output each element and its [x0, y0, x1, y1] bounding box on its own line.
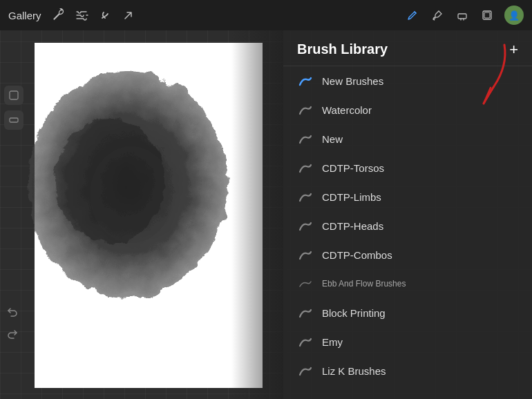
brush-item-icon: [297, 246, 314, 263]
brush-item-name: Emy: [322, 336, 343, 348]
brush-item-icon: [297, 217, 314, 234]
toolbar-left: Gallery: [8, 8, 135, 22]
eraser-icon[interactable]: [455, 8, 470, 23]
brush-item-icon: [297, 159, 314, 176]
brush-item-cdtp-heads[interactable]: CDTP-Heads: [283, 211, 532, 240]
brush-item-name: CDTP-Torsos: [322, 162, 384, 174]
brush-item-cdtp-limbs[interactable]: CDTP-Limbs: [283, 182, 532, 211]
brush-library-title: Brush Library: [297, 41, 388, 57]
brush-item-name: New Brushes: [322, 75, 383, 87]
svg-rect-2: [484, 12, 490, 18]
brush-item-ebb-flow[interactable]: Ebb And Flow Brushes: [283, 269, 532, 298]
brush-item-icon: [297, 275, 314, 292]
brush-item-icon: [297, 130, 314, 147]
brush-item-downloads[interactable]: Downloads: [283, 385, 532, 393]
brush-item-new-brushes[interactable]: New Brushes: [283, 66, 532, 95]
brush-item-name: CDTP-Combos: [322, 249, 392, 261]
brush-item-name: Ebb And Flow Brushes: [322, 279, 406, 289]
brush-item-icon: [297, 391, 314, 393]
brush-icon[interactable]: [430, 8, 445, 23]
pen-icon[interactable]: [405, 8, 420, 23]
brush-item-watercolor[interactable]: Watercolor: [283, 95, 532, 124]
brush-item-name: New: [322, 133, 343, 145]
brush-item-name: Watercolor: [322, 104, 372, 116]
wrench-icon[interactable]: [51, 8, 65, 22]
brush-item-icon: [297, 72, 314, 89]
brush-item-name: CDTP-Limbs: [322, 191, 381, 203]
brush-item-name: Block Printing: [322, 307, 386, 319]
svg-point-7: [90, 146, 173, 243]
brush-item-cdtp-combos[interactable]: CDTP-Combos: [283, 240, 532, 269]
brush-item-icon: [297, 101, 314, 118]
brush-item-cdtp-torsos[interactable]: CDTP-Torsos: [283, 153, 532, 182]
left-tool-2[interactable]: [4, 110, 23, 130]
brush-library-panel: Brush Library + New BrushesWatercolorNew…: [283, 30, 532, 399]
brush-item-icon: [297, 304, 314, 321]
adjustments-icon[interactable]: [75, 8, 88, 22]
brush-item-liz-k[interactable]: Liz K Brushes: [283, 356, 532, 385]
drawing-canvas[interactable]: [35, 43, 263, 388]
left-tool-1[interactable]: [4, 86, 23, 105]
add-brush-button[interactable]: +: [509, 42, 518, 57]
brush-item-icon: [297, 188, 314, 205]
brush-item-icon: [297, 362, 314, 379]
brush-item-new[interactable]: New: [283, 124, 532, 153]
brush-item-name: Liz K Brushes: [322, 365, 386, 377]
left-toolbar: [0, 30, 28, 399]
gallery-button[interactable]: Gallery: [8, 10, 41, 21]
brush-item-block-printing[interactable]: Block Printing: [283, 298, 532, 327]
move-icon[interactable]: [122, 8, 135, 22]
smudge-icon[interactable]: [98, 8, 112, 22]
top-toolbar: Gallery: [0, 0, 532, 30]
svg-rect-0: [458, 14, 466, 19]
brush-panel-header: Brush Library +: [283, 30, 532, 66]
brush-item-emy[interactable]: Emy: [283, 327, 532, 356]
user-avatar[interactable]: 👤: [504, 6, 524, 25]
svg-rect-3: [10, 91, 18, 99]
brush-item-icon: [297, 333, 314, 350]
svg-rect-4: [10, 118, 18, 122]
brush-item-name: CDTP-Heads: [322, 220, 383, 232]
layers-icon[interactable]: [479, 8, 495, 23]
brush-list: New BrushesWatercolorNewCDTP-TorsosCDTP-…: [283, 66, 532, 393]
toolbar-right: 👤: [405, 6, 524, 25]
